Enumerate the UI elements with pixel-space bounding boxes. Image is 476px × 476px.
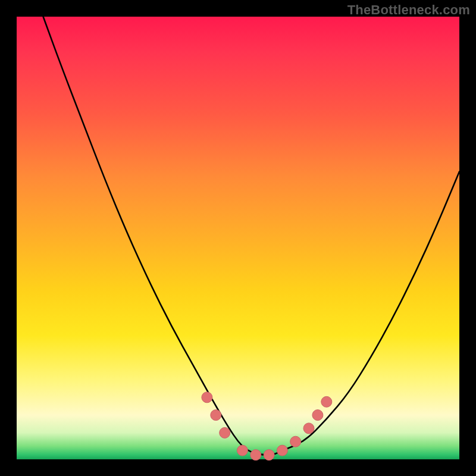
bottleneck-curve xyxy=(43,17,459,455)
curve-marker xyxy=(211,410,221,421)
chart-frame: TheBottleneck.com xyxy=(0,0,476,476)
curve-marker xyxy=(202,392,212,403)
curve-markers xyxy=(202,392,332,461)
curve-marker xyxy=(277,445,287,456)
curve-marker xyxy=(237,445,248,456)
curve-marker xyxy=(264,450,274,461)
curve-marker xyxy=(250,450,261,461)
bottleneck-curve-layer xyxy=(17,17,459,459)
curve-marker xyxy=(290,436,301,447)
attribution-text: TheBottleneck.com xyxy=(347,2,470,18)
curve-marker xyxy=(303,423,314,434)
curve-marker xyxy=(321,396,332,407)
curve-marker xyxy=(220,427,230,438)
curve-marker xyxy=(312,410,323,421)
